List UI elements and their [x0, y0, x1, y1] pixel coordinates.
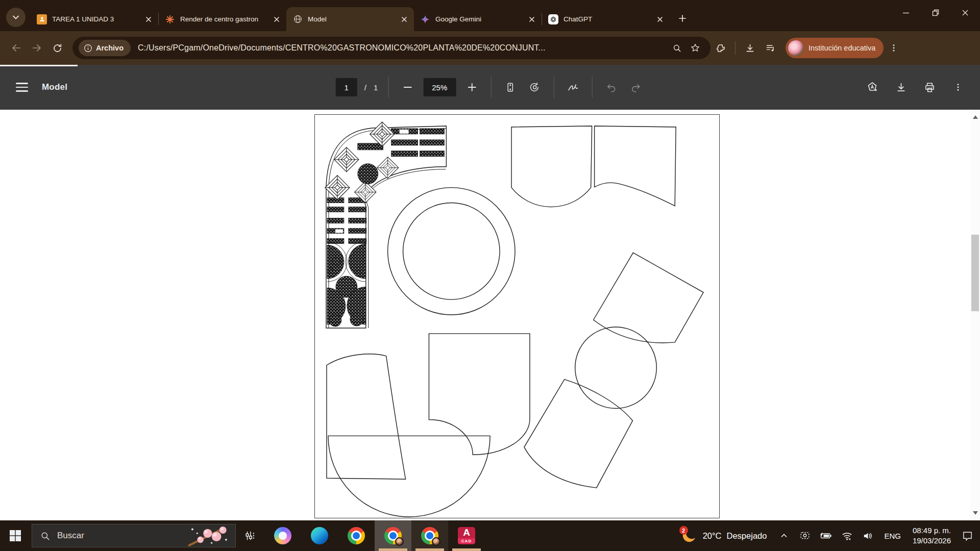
file-security-chip[interactable]: Archivo	[79, 40, 131, 56]
tab-close-icon[interactable]	[526, 14, 537, 25]
scrollbar-thumb[interactable]	[971, 235, 979, 311]
weather-widget[interactable]: 2 20°C Despejado	[677, 527, 770, 544]
autocad-icon: A CAD	[458, 527, 475, 544]
tab-tarea-1-unidad-3[interactable]: TAREA 1 UNIDAD 3	[31, 7, 158, 31]
search-icon	[672, 43, 682, 53]
globe-icon	[292, 14, 303, 24]
page-count: 1	[374, 83, 378, 92]
bookmark-button[interactable]	[686, 39, 704, 57]
undo-button[interactable]	[602, 79, 620, 96]
tab-search-button[interactable]	[6, 8, 26, 27]
printer-icon	[924, 82, 936, 93]
downloads-button[interactable]	[740, 38, 760, 58]
task-view-button[interactable]	[236, 520, 264, 551]
page-separator: /	[364, 83, 366, 92]
taskbar-app-edge[interactable]	[301, 520, 338, 551]
back-button[interactable]	[6, 38, 27, 58]
browser-toolbar: Archivo C:/Users/PCgam/OneDrive/Document…	[0, 31, 980, 65]
tab-close-icon[interactable]	[271, 14, 282, 25]
page-number-input[interactable]: 1	[336, 78, 357, 96]
address-bar[interactable]: Archivo C:/Users/PCgam/OneDrive/Document…	[72, 37, 710, 59]
pdf-menu-button[interactable]	[13, 79, 31, 96]
pdf-more-button[interactable]	[949, 79, 967, 96]
print-button[interactable]	[921, 79, 938, 96]
taskbar-search-box[interactable]: Buscar	[32, 524, 236, 547]
hamburger-icon	[16, 83, 28, 92]
tab-close-icon[interactable]	[399, 14, 410, 25]
toolbar-separator	[388, 77, 388, 98]
taskbar-clock[interactable]: 08:49 p. m. 19/03/2026	[911, 525, 953, 546]
taskbar-app-autocad[interactable]: A CAD	[448, 520, 485, 551]
info-icon	[84, 44, 92, 53]
tab-close-icon[interactable]	[654, 14, 666, 25]
page-number-value: 1	[345, 83, 349, 92]
forward-button[interactable]	[27, 38, 47, 58]
pdf-download-button[interactable]	[892, 79, 910, 96]
kebab-menu-icon	[889, 43, 898, 53]
tab-render-centro-gastronomico[interactable]: Render de centro gastron	[159, 7, 286, 31]
tab-strip: TAREA 1 UNIDAD 3 Render de centro gastro…	[0, 0, 980, 31]
undo-icon	[605, 82, 617, 93]
zoom-level-input[interactable]: 25%	[423, 78, 456, 96]
pen-squiggle-icon	[567, 81, 579, 93]
scroll-down-arrow[interactable]	[970, 509, 980, 517]
page-edge-sliver	[0, 65, 78, 66]
minus-icon	[402, 82, 412, 92]
annotate-ai-button[interactable]	[864, 79, 881, 96]
search-icon	[40, 531, 50, 541]
zoom-in-button[interactable]	[463, 79, 480, 96]
profile-chip[interactable]: Institución educativa	[786, 38, 884, 58]
action-center-button[interactable]	[961, 529, 974, 542]
minimize-button[interactable]	[891, 0, 921, 26]
tray-volume-button[interactable]	[861, 529, 874, 542]
restore-button[interactable]	[921, 0, 950, 26]
taskbar-app-copilot[interactable]	[264, 520, 301, 551]
start-button[interactable]	[0, 520, 31, 551]
search-placeholder: Buscar	[57, 531, 84, 541]
gemini-icon	[420, 14, 430, 24]
vertical-scrollbar[interactable]	[970, 110, 980, 520]
reload-button[interactable]	[47, 38, 67, 58]
tray-battery-button[interactable]	[819, 529, 832, 542]
fit-to-page-button[interactable]	[501, 79, 519, 96]
battery-charging-icon	[820, 530, 832, 542]
windows-logo-icon	[10, 530, 21, 541]
scroll-up-arrow[interactable]	[970, 113, 980, 121]
tab-title: Render de centro gastron	[180, 15, 271, 23]
annotate-button[interactable]	[564, 79, 581, 96]
wifi-icon	[841, 530, 853, 542]
keyboard-language[interactable]: ENG	[882, 532, 903, 540]
taskbar-app-chrome[interactable]	[338, 520, 375, 551]
rotate-button[interactable]	[526, 79, 543, 96]
tab-model-active[interactable]: Model	[286, 7, 414, 31]
media-controls-button[interactable]	[760, 38, 780, 58]
new-tab-button[interactable]	[674, 10, 691, 27]
chevron-down-icon	[12, 13, 20, 21]
autocad-letter: A	[463, 527, 470, 538]
redo-icon	[630, 82, 641, 93]
cherry-blossom-decoration	[179, 524, 235, 547]
taskbar-app-chrome-profile-1[interactable]	[375, 520, 411, 551]
tab-close-icon[interactable]	[143, 14, 154, 25]
zoom-out-button[interactable]	[399, 79, 416, 96]
download-icon	[745, 43, 755, 54]
tray-expand-button[interactable]	[777, 529, 791, 542]
table-gap	[400, 130, 409, 134]
chrome-icon	[421, 527, 438, 544]
browser-menu-button[interactable]	[884, 38, 904, 58]
close-window-button[interactable]	[950, 0, 980, 26]
copilot-icon	[274, 527, 291, 544]
window-controls	[891, 0, 980, 26]
redo-button[interactable]	[627, 79, 644, 96]
tray-network-button[interactable]	[840, 529, 853, 542]
extensions-button[interactable]	[710, 38, 731, 58]
taskbar-app-chrome-profile-2[interactable]	[411, 520, 448, 551]
pdf-viewer-canvas[interactable]	[0, 110, 980, 520]
toolbar-separator	[592, 77, 592, 98]
find-in-page-button[interactable]	[668, 39, 686, 57]
tray-device-button[interactable]	[798, 529, 812, 542]
url-text[interactable]: C:/Users/PCgam/OneDrive/Documents/CENTRO…	[138, 43, 668, 53]
tab-chatgpt[interactable]: ChatGPT	[542, 7, 670, 31]
tab-google-gemini[interactable]: Google Gemini	[414, 7, 542, 31]
speaker-icon	[862, 530, 874, 542]
